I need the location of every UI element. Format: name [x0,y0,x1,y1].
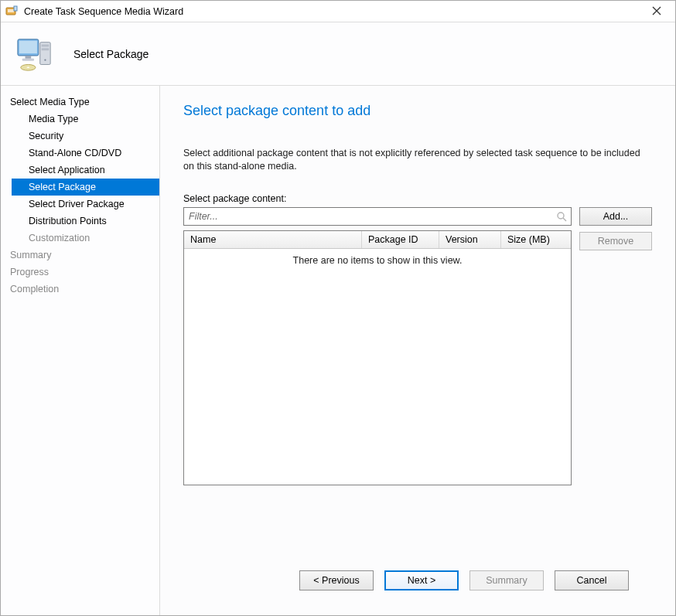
filter-input[interactable] [184,208,571,225]
page-heading: Select package content to add [183,103,652,119]
package-table: Name Package ID Version Size (MB) There … [183,230,572,485]
filter-row: Name Package ID Version Size (MB) There … [183,207,652,485]
title-bar: Create Task Sequence Media Wizard [1,1,675,22]
close-icon [652,6,661,15]
sidebar-item-distribution-points[interactable]: Distribution Points [12,213,159,230]
wizard-window: Create Task Sequence Media Wizard [0,0,676,616]
column-version[interactable]: Version [439,231,501,248]
svg-point-12 [26,66,29,68]
svg-rect-6 [22,58,34,60]
column-name[interactable]: Name [184,231,362,248]
main-area: Select Media Type Media Type Security St… [1,86,675,615]
next-button[interactable]: Next > [384,570,459,590]
content-area: Select package content to add Select add… [160,86,675,615]
filter-and-table: Name Package ID Version Size (MB) There … [183,207,572,485]
header-title: Select Package [73,48,149,60]
sidebar-group-title[interactable]: Select Media Type [1,94,159,111]
app-icon [5,5,18,18]
side-buttons: Add... Remove [579,207,652,250]
table-header: Name Package ID Version Size (MB) [184,231,571,249]
remove-button: Remove [579,232,652,250]
previous-button[interactable]: < Previous [299,570,374,590]
svg-rect-2 [14,6,17,11]
sidebar-item-select-application[interactable]: Select Application [12,162,159,179]
sidebar-item-completion: Completion [1,281,159,298]
wizard-icon [16,36,53,73]
sidebar-item-select-driver-package[interactable]: Select Driver Package [12,196,159,213]
header-band: Select Package [1,22,675,86]
cancel-button[interactable]: Cancel [555,570,629,590]
sidebar-item-customization: Customization [12,230,159,247]
summary-button: Summary [469,570,544,590]
add-button[interactable]: Add... [579,207,652,226]
svg-rect-9 [42,48,50,50]
sidebar-item-summary: Summary [1,247,159,264]
table-body: There are no items to show in this view. [184,249,571,485]
sidebar-sub-list: Media Type Security Stand-Alone CD/DVD S… [1,111,159,247]
svg-rect-1 [8,9,14,12]
sidebar-item-standalone-cddvd[interactable]: Stand-Alone CD/DVD [12,145,159,162]
svg-point-13 [558,213,564,219]
sidebar-item-progress: Progress [1,264,159,281]
wizard-sidebar: Select Media Type Media Type Security St… [1,86,160,615]
svg-rect-5 [26,55,32,58]
window-title: Create Task Sequence Media Wizard [24,6,641,17]
footer-buttons: < Previous Next > Summary Cancel [183,560,652,601]
svg-point-10 [44,59,46,60]
search-icon [555,210,568,223]
sidebar-item-select-package[interactable]: Select Package [12,179,159,196]
sidebar-item-media-type[interactable]: Media Type [12,111,159,128]
svg-line-14 [563,218,566,221]
content-label: Select package content: [183,193,652,204]
close-button[interactable] [641,5,672,18]
sidebar-item-security[interactable]: Security [12,128,159,145]
svg-rect-8 [42,44,50,46]
svg-rect-4 [19,40,37,53]
column-size[interactable]: Size (MB) [501,231,571,248]
column-package-id[interactable]: Package ID [362,231,439,248]
table-wrap: Name Package ID Version Size (MB) There … [183,230,572,485]
filter-box [183,207,572,226]
empty-message: There are no items to show in this view. [293,255,463,266]
instructions-text: Select additional package content that i… [183,147,647,173]
